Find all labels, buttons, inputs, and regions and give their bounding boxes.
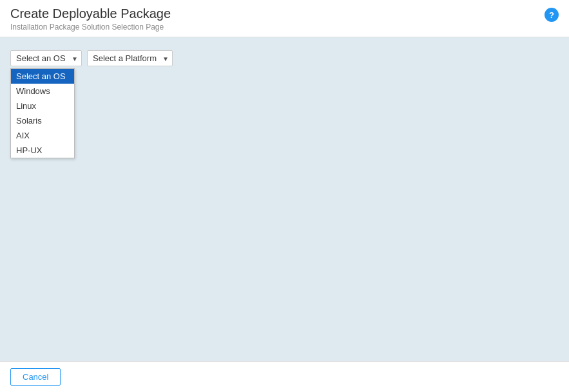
os-option-windows[interactable]: Windows bbox=[11, 84, 74, 98]
os-option-linux[interactable]: Linux bbox=[11, 98, 74, 113]
main-content: Select an OS Windows Linux Solaris AIX H… bbox=[0, 37, 569, 361]
os-option-hp-ux[interactable]: HP-UX bbox=[11, 143, 74, 158]
os-option-select[interactable]: Select an OS bbox=[11, 69, 74, 84]
help-icon[interactable]: ? bbox=[545, 8, 559, 22]
header: Create Deployable Package Installation P… bbox=[0, 0, 569, 37]
os-option-solaris[interactable]: Solaris bbox=[11, 113, 74, 128]
page-title: Create Deployable Package bbox=[10, 6, 559, 21]
cancel-button[interactable]: Cancel bbox=[10, 368, 61, 386]
os-option-aix[interactable]: AIX bbox=[11, 128, 74, 143]
controls-row: Select an OS Windows Linux Solaris AIX H… bbox=[10, 50, 559, 66]
page-subtitle: Installation Package Solution Selection … bbox=[10, 23, 559, 32]
platform-select-wrapper[interactable]: Select a Platform ▼ bbox=[87, 50, 173, 66]
os-select[interactable]: Select an OS Windows Linux Solaris AIX H… bbox=[10, 50, 82, 66]
footer: Cancel bbox=[0, 361, 569, 392]
os-dropdown-list[interactable]: Select an OS Windows Linux Solaris AIX H… bbox=[10, 68, 75, 158]
os-select-wrapper[interactable]: Select an OS Windows Linux Solaris AIX H… bbox=[10, 50, 82, 66]
platform-select[interactable]: Select a Platform bbox=[87, 50, 173, 66]
